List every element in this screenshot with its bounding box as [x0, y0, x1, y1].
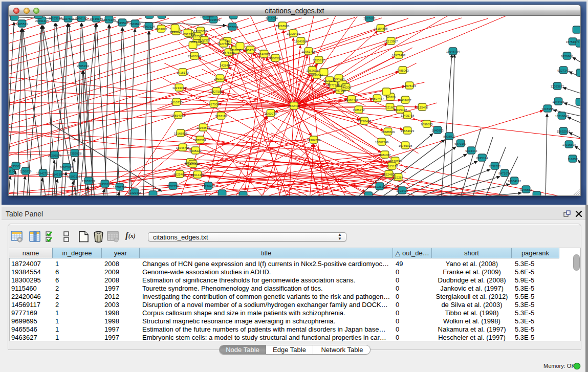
svg-text:10973493: 10973493 [392, 54, 406, 57]
svg-text:39154: 39154 [9, 170, 15, 173]
svg-text:7632621: 7632621 [489, 165, 501, 168]
svg-text:242848: 242848 [220, 64, 230, 67]
svg-text:19756928: 19756928 [399, 144, 412, 147]
svg-text:16120746: 16120746 [388, 160, 402, 163]
svg-text:9463627: 9463627 [399, 99, 411, 102]
svg-text:8186323: 8186323 [198, 39, 210, 42]
svg-text:2505334: 2505334 [77, 64, 89, 68]
svg-text:9474444: 9474444 [465, 149, 477, 152]
svg-text:9115460: 9115460 [417, 106, 429, 109]
svg-text:9699695: 9699695 [421, 123, 433, 126]
svg-text:16033809: 16033809 [207, 18, 221, 21]
svg-text:12975115: 12975115 [403, 84, 417, 87]
svg-text:17942757: 17942757 [36, 172, 50, 175]
svg-text:2087682: 2087682 [363, 17, 376, 20]
svg-text:3878334: 3878334 [194, 139, 206, 142]
svg-text:835001: 835001 [11, 165, 21, 168]
svg-text:16648784: 16648784 [446, 50, 460, 53]
svg-text:7986372: 7986372 [353, 108, 365, 112]
svg-text:8471676: 8471676 [498, 172, 511, 175]
svg-text:5498222: 5498222 [189, 149, 202, 152]
svg-text:12323446: 12323446 [128, 191, 142, 194]
svg-text:1588520: 1588520 [269, 57, 281, 60]
svg-text:16033809: 16033809 [200, 16, 214, 18]
svg-text:2935114: 2935114 [476, 157, 489, 160]
svg-text:17016504: 17016504 [562, 143, 576, 146]
svg-text:13495758: 13495758 [401, 114, 415, 117]
svg-text:12213363: 12213363 [172, 86, 186, 90]
svg-text:9384067: 9384067 [379, 154, 391, 157]
svg-text:7357274: 7357274 [226, 26, 238, 29]
svg-text:16782759: 16782759 [113, 186, 127, 189]
svg-text:15654923: 15654923 [401, 129, 415, 133]
svg-text:2803144: 2803144 [214, 77, 226, 80]
svg-text:9227342: 9227342 [557, 69, 570, 72]
svg-text:20206576: 20206576 [48, 154, 62, 157]
svg-text:252254: 252254 [393, 176, 404, 179]
svg-text:1145194: 1145194 [52, 173, 64, 176]
svg-text:19384554: 19384554 [307, 139, 321, 142]
svg-text:19166825: 19166825 [174, 132, 188, 135]
svg-text:1733426: 1733426 [396, 189, 408, 192]
svg-text:3215958: 3215958 [541, 107, 554, 111]
svg-text:9327505: 9327505 [217, 42, 230, 46]
svg-text:8813054: 8813054 [266, 17, 278, 20]
svg-text:30975887: 30975887 [60, 166, 74, 169]
svg-text:2718170: 2718170 [177, 71, 189, 74]
svg-text:22420046: 22420046 [188, 55, 202, 58]
svg-text:5875685: 5875685 [223, 51, 235, 54]
svg-text:7485063: 7485063 [397, 69, 409, 72]
svg-text:7663822: 7663822 [129, 23, 141, 26]
svg-text:13325419: 13325419 [287, 32, 300, 35]
svg-text:10025438: 10025438 [394, 108, 407, 112]
svg-text:1156819: 1156819 [20, 170, 32, 173]
svg-text:12093872: 12093872 [551, 85, 564, 88]
svg-text:15720407: 15720407 [358, 120, 372, 123]
svg-text:9827552: 9827552 [210, 90, 223, 93]
svg-text:16671385: 16671385 [102, 18, 116, 21]
svg-text:17957273: 17957273 [82, 180, 96, 183]
svg-text:7625402: 7625402 [173, 173, 186, 176]
svg-text:6497568: 6497568 [334, 89, 346, 92]
svg-text:1615132: 1615132 [386, 165, 398, 168]
svg-text:16640910: 16640910 [294, 40, 308, 43]
svg-text:9245652: 9245652 [520, 188, 532, 191]
svg-text:1405571: 1405571 [16, 23, 28, 26]
svg-text:1610755: 1610755 [170, 101, 183, 104]
svg-text:12213967: 12213967 [384, 40, 398, 43]
svg-text:9146821: 9146821 [258, 53, 270, 56]
svg-text:20691406: 20691406 [35, 19, 49, 23]
svg-text:16046798: 16046798 [176, 146, 190, 149]
svg-text:3267110: 3267110 [215, 115, 228, 118]
svg-text:1872400: 1872400 [288, 104, 300, 107]
svg-text:8660124: 8660124 [143, 25, 155, 28]
svg-text:17359928: 17359928 [68, 152, 82, 155]
svg-text:9327505: 9327505 [191, 35, 203, 38]
svg-text:18807249: 18807249 [375, 141, 389, 144]
svg-text:6879197: 6879197 [454, 142, 467, 145]
svg-text:16154808: 16154808 [374, 27, 388, 30]
svg-text:116753: 116753 [568, 158, 578, 161]
svg-text:13226058: 13226058 [194, 30, 208, 33]
svg-text:15692991: 15692991 [557, 130, 571, 133]
svg-text:1244415: 1244415 [552, 100, 564, 103]
svg-text:10653267: 10653267 [49, 17, 62, 20]
svg-text:9794024: 9794024 [333, 77, 345, 80]
svg-text:1640953: 1640953 [431, 129, 444, 132]
svg-text:8454749: 8454749 [244, 49, 256, 52]
svg-text:15136141: 15136141 [373, 185, 387, 188]
svg-text:7515526: 7515526 [116, 21, 128, 25]
svg-text:2300279: 2300279 [265, 112, 277, 115]
svg-text:16854983: 16854983 [171, 114, 185, 117]
svg-text:1362615: 1362615 [306, 69, 318, 72]
svg-text:16914479: 16914479 [191, 173, 205, 177]
svg-text:19218936: 19218936 [276, 25, 290, 28]
svg-text:9857791: 9857791 [167, 185, 179, 188]
svg-text:746206: 746206 [385, 96, 396, 99]
svg-text:8660124: 8660124 [170, 30, 182, 33]
svg-text:15716485: 15716485 [202, 185, 215, 188]
svg-text:746206: 746206 [341, 86, 352, 89]
svg-text:1327602: 1327602 [62, 17, 74, 20]
svg-text:7663822: 7663822 [155, 28, 167, 31]
svg-text:16210643: 16210643 [555, 115, 569, 118]
